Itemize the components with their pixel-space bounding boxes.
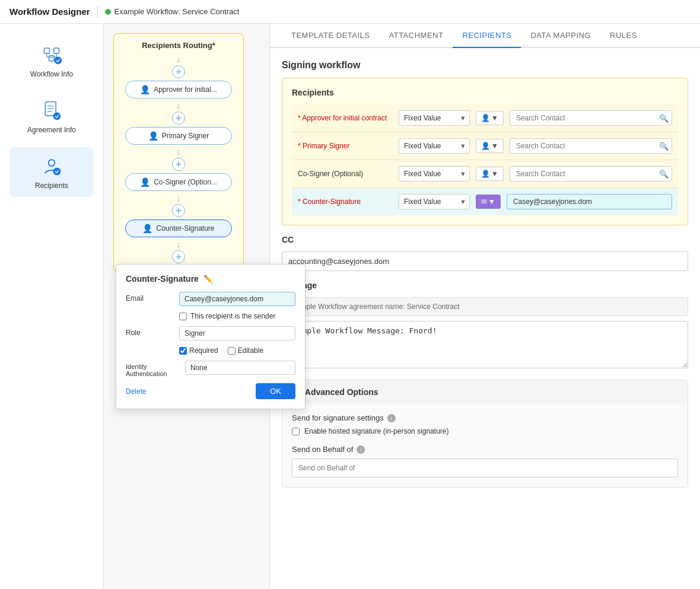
svg-rect-2	[49, 56, 55, 61]
search-icon-approver[interactable]: 🔍	[659, 114, 669, 123]
editable-checkbox[interactable]	[228, 347, 236, 355]
recipient-select-counter[interactable]: Fixed Value	[399, 194, 470, 209]
required-label: Required	[189, 346, 218, 355]
icon-btn-primary[interactable]: 👤 ▼	[476, 139, 504, 153]
flow-node-approver[interactable]: 👤 Approver for initial...	[125, 81, 232, 98]
delete-link[interactable]: Delete	[126, 387, 147, 396]
tab-template-details[interactable]: TEMPLATE DETAILS	[282, 24, 380, 48]
popup-email-label: Email	[126, 292, 173, 303]
recipient-row-primary: * Primary Signer Fixed Value ▼ 👤 ▼	[292, 132, 678, 160]
add-btn-4[interactable]: +	[172, 250, 185, 263]
flow-node-co-signer[interactable]: 👤 Co-Signer (Option...	[125, 173, 232, 191]
info-icon-signature[interactable]: i	[387, 414, 396, 422]
popup-email-input[interactable]	[179, 292, 295, 306]
main-layout: Workflow Info Agreement Info	[0, 24, 700, 589]
info-icon-behalf[interactable]: i	[357, 445, 365, 454]
advanced-section: ▼ Advanced Options Send for signature se…	[282, 380, 688, 488]
recipient-row-approver: * Approver for initial contract Fixed Va…	[292, 104, 678, 132]
sidebar-item-agreement-info[interactable]: Agreement Info	[10, 91, 93, 141]
advanced-options-header[interactable]: ▼ Advanced Options	[282, 380, 688, 404]
mail-icon-counter: ✉	[481, 198, 487, 206]
cc-input[interactable]	[282, 251, 688, 271]
send-signature-label: Send for signature settings i	[292, 413, 678, 422]
recipient-label-approver: * Approver for initial contract	[298, 114, 393, 122]
chevron-icon-primary: ▼	[491, 142, 498, 150]
chevron-icon-co: ▼	[491, 170, 498, 178]
popup-role-input[interactable]	[179, 326, 295, 340]
flow-node-primary-signer[interactable]: 👤 Primary Signer	[125, 127, 232, 145]
add-btn-3[interactable]: +	[172, 204, 185, 217]
popup-sender-row: This recipient is the sender	[179, 312, 295, 320]
popup-role-row: Role	[126, 326, 295, 340]
popup-identity-label: Identity Authentication	[126, 361, 179, 377]
tab-recipients[interactable]: RECIPIENTS	[453, 24, 521, 48]
flow-node-counter[interactable]: 👤 Counter-Signature	[125, 219, 232, 237]
add-btn-0[interactable]: +	[172, 65, 185, 78]
popup-identity-input[interactable]	[185, 361, 295, 375]
ok-button[interactable]: OK	[256, 383, 295, 399]
editable-check-item: Editable	[228, 346, 263, 355]
arrow-1: ↓	[121, 101, 236, 110]
message-label: Message	[282, 281, 688, 290]
sender-checkbox[interactable]	[179, 313, 187, 320]
canvas: Recipients Routing* ↓ + 👤 Approver for i…	[104, 24, 270, 589]
recipient-select-primary[interactable]: Fixed Value	[399, 138, 470, 154]
sidebar-item-label-workflow: Workflow Info	[30, 70, 73, 78]
search-wrap-co: 🔍	[510, 166, 672, 182]
add-btn-1[interactable]: +	[172, 112, 185, 125]
arrow-2: ↓	[121, 147, 236, 157]
popup-footer: Delete OK	[126, 383, 295, 399]
app-title: Workflow Designer	[9, 7, 90, 17]
sender-label: This recipient is the sender	[190, 312, 275, 320]
select-wrapper-primary: Fixed Value ▼	[399, 138, 470, 154]
hosted-signature-checkbox[interactable]	[292, 428, 300, 435]
hosted-signature-row: Enable hosted signature (in-person signa…	[292, 427, 678, 435]
sidebar-item-workflow-info[interactable]: Workflow Info	[10, 36, 93, 85]
signing-workflow-title: Signing workflow	[282, 60, 688, 71]
node-label-co: Co-Signer (Option...	[154, 178, 217, 186]
agreement-icon	[40, 98, 63, 122]
message-textarea[interactable]: Example Workflow Message: Fnord!	[282, 321, 688, 368]
icon-btn-co[interactable]: 👤 ▼	[476, 167, 504, 181]
tab-rules[interactable]: RULES	[600, 24, 647, 48]
tab-attachment[interactable]: ATTACHMENT	[380, 24, 453, 48]
sidebar-item-recipients[interactable]: Recipients	[10, 147, 93, 197]
svg-rect-0	[44, 48, 49, 53]
message-section: Message Example Workflow Message: Fnord!	[282, 281, 688, 370]
search-icon-co[interactable]: 🔍	[659, 170, 669, 179]
add-btn-2[interactable]: +	[172, 158, 185, 171]
recipient-label-co-signer: Co-Signer (Optional)	[298, 170, 393, 178]
cc-section: CC	[282, 235, 688, 271]
search-input-primary[interactable]	[510, 138, 672, 154]
popup-email-row: Email	[126, 292, 295, 306]
required-checkbox[interactable]	[179, 347, 187, 355]
select-wrapper-counter: Fixed Value ▼	[399, 194, 470, 209]
search-input-approver[interactable]	[510, 110, 672, 126]
tab-data-mapping[interactable]: DATA MAPPING	[521, 24, 600, 48]
node-label-approver: Approver for initial...	[154, 85, 217, 94]
search-icon-primary[interactable]: 🔍	[659, 142, 669, 151]
svg-point-13	[49, 160, 55, 166]
panel-content: Signing workflow Recipients * Approver f…	[270, 48, 700, 589]
behalf-input[interactable]	[292, 459, 678, 477]
recipient-select-approver[interactable]: Fixed Value	[399, 110, 470, 126]
arrow-4: ↓	[121, 240, 236, 249]
icon-btn-approver[interactable]: 👤 ▼	[476, 111, 504, 125]
recipient-select-co[interactable]: Fixed Value	[399, 166, 470, 182]
svg-point-12	[53, 113, 61, 120]
icon-btn-counter[interactable]: ✉ ▼	[476, 195, 501, 209]
edit-icon[interactable]: ✏️	[203, 275, 213, 284]
recipient-row-counter: * Counter-Signature Fixed Value ▼ ✉ ▼	[292, 188, 678, 215]
person-icon-btn-primary: 👤	[481, 142, 490, 150]
sidebar-item-label-agreement: Agreement Info	[27, 126, 76, 134]
sidebar-item-label-recipients: Recipients	[35, 182, 68, 190]
send-behalf-label: Send on Behalf of i	[292, 445, 678, 454]
routing-box: Recipients Routing* ↓ + 👤 Approver for i…	[113, 33, 244, 272]
person-icon-btn-approver: 👤	[481, 114, 490, 122]
search-input-counter[interactable]	[507, 194, 672, 209]
message-name-input[interactable]	[282, 297, 688, 316]
arrow-0: ↓	[121, 55, 236, 64]
search-input-co[interactable]	[510, 166, 672, 182]
hosted-signature-label: Enable hosted signature (in-person signa…	[304, 427, 448, 435]
popup-checkboxes-row: Required Editable	[126, 346, 295, 355]
